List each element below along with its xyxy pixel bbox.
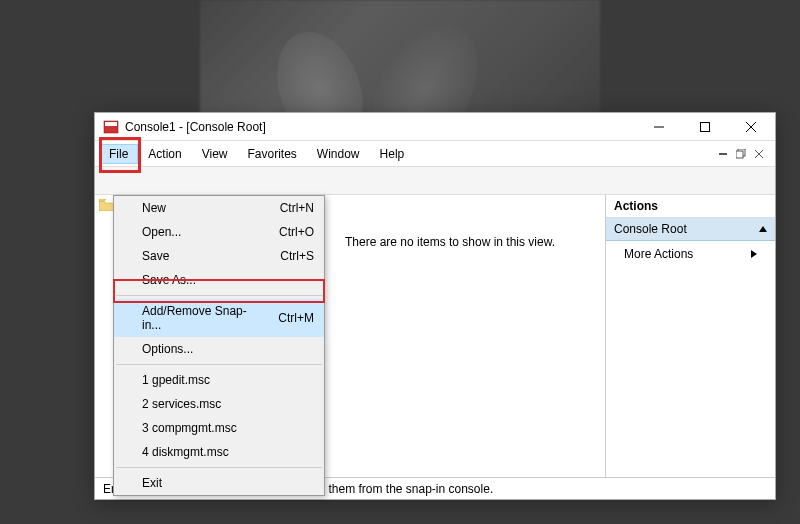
svg-rect-6 — [719, 153, 727, 155]
actions-section-label: Console Root — [614, 222, 687, 236]
menu-item-label: 4 diskmgmt.msc — [142, 445, 229, 459]
content-area: There are no items to show in this view.… — [95, 195, 775, 477]
actions-pane: Actions Console Root More Actions — [605, 195, 775, 477]
mdi-close-button[interactable] — [751, 146, 767, 162]
menu-item-open[interactable]: Open... Ctrl+O — [114, 220, 324, 244]
empty-message: There are no items to show in this view. — [345, 235, 555, 249]
menu-item-label: Add/Remove Snap-in... — [142, 304, 260, 332]
menu-item-save[interactable]: Save Ctrl+S — [114, 244, 324, 268]
menu-item-label: Options... — [142, 342, 193, 356]
menu-item-label: Open... — [142, 225, 181, 239]
menu-item-exit[interactable]: Exit — [114, 471, 324, 495]
menu-item-recent-3[interactable]: 3 compmgmt.msc — [114, 416, 324, 440]
mdi-minimize-button[interactable] — [715, 146, 731, 162]
menu-action[interactable]: Action — [138, 144, 191, 164]
menu-item-label: New — [142, 201, 166, 215]
mmc-icon — [103, 119, 119, 135]
file-dropdown: New Ctrl+N Open... Ctrl+O Save Ctrl+S Sa… — [113, 195, 325, 496]
svg-rect-3 — [701, 123, 710, 132]
svg-rect-8 — [736, 151, 743, 158]
actions-more[interactable]: More Actions — [606, 241, 775, 267]
mdi-restore-button[interactable] — [733, 146, 749, 162]
menu-item-label: 3 compmgmt.msc — [142, 421, 237, 435]
menu-item-shortcut: Ctrl+S — [280, 249, 314, 263]
menu-item-new[interactable]: New Ctrl+N — [114, 196, 324, 220]
menu-item-shortcut: Ctrl+M — [278, 311, 314, 325]
menu-item-recent-2[interactable]: 2 services.msc — [114, 392, 324, 416]
maximize-icon — [700, 122, 710, 132]
menu-item-save-as[interactable]: Save As... — [114, 268, 324, 292]
maximize-button[interactable] — [683, 113, 727, 141]
svg-rect-1 — [105, 122, 117, 126]
mdi-minimize-icon — [719, 153, 727, 155]
menu-file[interactable]: File — [99, 144, 138, 164]
actions-section[interactable]: Console Root — [606, 218, 775, 241]
list-pane[interactable]: There are no items to show in this view. — [295, 195, 605, 477]
toolbar — [95, 167, 775, 195]
divider — [116, 295, 322, 296]
mdi-restore-icon — [736, 149, 746, 159]
menu-help[interactable]: Help — [370, 144, 415, 164]
menu-item-add-remove-snapin[interactable]: Add/Remove Snap-in... Ctrl+M — [114, 299, 324, 337]
menu-item-label: Save As... — [142, 273, 196, 287]
menu-item-recent-1[interactable]: 1 gpedit.msc — [114, 368, 324, 392]
actions-more-label: More Actions — [624, 247, 693, 261]
titlebar[interactable]: Console1 - [Console Root] — [95, 113, 775, 141]
collapse-up-icon — [759, 226, 767, 232]
divider — [116, 364, 322, 365]
menu-view[interactable]: View — [192, 144, 238, 164]
mdi-close-icon — [755, 150, 763, 158]
menu-item-options[interactable]: Options... — [114, 337, 324, 361]
menu-favorites[interactable]: Favorites — [238, 144, 307, 164]
mmc-window: Console1 - [Console Root] File Action Vi… — [94, 112, 776, 500]
actions-header: Actions — [606, 195, 775, 218]
menu-item-label: Save — [142, 249, 169, 263]
divider — [116, 467, 322, 468]
menu-item-shortcut: Ctrl+O — [279, 225, 314, 239]
menu-item-recent-4[interactable]: 4 diskmgmt.msc — [114, 440, 324, 464]
minimize-icon — [654, 122, 664, 132]
menu-window[interactable]: Window — [307, 144, 370, 164]
close-icon — [746, 122, 756, 132]
menubar: File Action View Favorites Window Help — [95, 141, 775, 167]
menu-item-label: Exit — [142, 476, 162, 490]
chevron-right-icon — [751, 250, 757, 258]
menu-item-label: 2 services.msc — [142, 397, 221, 411]
menu-item-label: 1 gpedit.msc — [142, 373, 210, 387]
minimize-button[interactable] — [637, 113, 681, 141]
close-button[interactable] — [729, 113, 773, 141]
menu-item-shortcut: Ctrl+N — [280, 201, 314, 215]
